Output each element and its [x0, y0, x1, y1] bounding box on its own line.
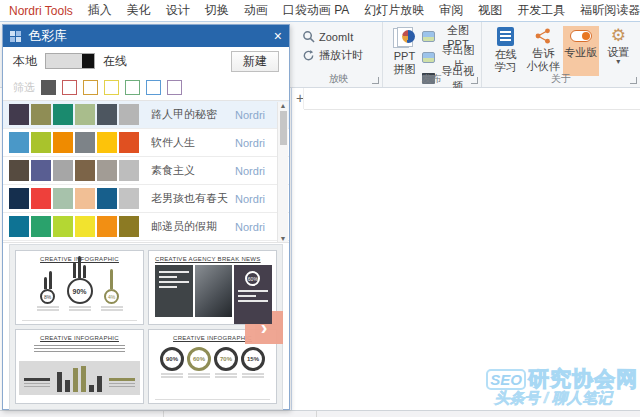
- pro-toggle-icon: [570, 30, 592, 42]
- chevron-down-icon: ▾: [616, 59, 620, 65]
- settings-button[interactable]: ⚙ 设置 ▾: [601, 26, 637, 76]
- color-swatch: [119, 104, 139, 125]
- color-swatch: [75, 188, 95, 209]
- menu-tab-11[interactable]: 福昕阅读器: [580, 2, 640, 19]
- online-learning-icon: [497, 27, 514, 46]
- dialog-launcher-icon[interactable]: [471, 77, 478, 84]
- rehearse-timing-label: 播放计时: [319, 48, 363, 63]
- panel-title: 色彩库: [28, 27, 267, 45]
- palette-row[interactable]: 老男孩也有春天Nordri: [3, 185, 289, 213]
- color-filter-swatch[interactable]: [41, 80, 56, 95]
- color-swatch: [75, 160, 95, 181]
- color-library-panel: 色彩库 × 本地 在线 新建 筛选 路人甲的秘密Nordri软件人生Nordri…: [2, 24, 290, 410]
- color-swatch: [97, 132, 117, 153]
- tell-friends-button[interactable]: 告诉 小伙伴: [526, 26, 562, 76]
- color-swatch: [75, 104, 95, 125]
- ppt-collage-label-1: PPT: [394, 50, 415, 63]
- scroll-down-icon[interactable]: ▼: [280, 235, 287, 242]
- color-swatch: [31, 188, 51, 209]
- palette-author: Nordri: [235, 137, 265, 149]
- gear-icon: ⚙: [611, 27, 626, 45]
- close-icon[interactable]: ×: [274, 29, 282, 43]
- watermark-subtitle: 头条号 / 聊人笔记: [486, 389, 612, 408]
- group-label-about: 关于: [482, 72, 640, 86]
- color-swatch: [9, 188, 29, 209]
- color-filter-swatch[interactable]: [83, 80, 98, 95]
- color-swatch: [31, 160, 51, 181]
- menu-tab-3[interactable]: 设计: [166, 2, 190, 19]
- group-label-publish: 发布: [383, 72, 481, 86]
- palette-row[interactable]: 素食主义Nordri: [3, 157, 289, 185]
- seo-logo: SEO: [486, 369, 526, 390]
- palette-row[interactable]: 软件人生Nordri: [3, 129, 289, 157]
- color-swatch: [119, 216, 139, 237]
- color-swatch: [75, 216, 95, 237]
- divider: [304, 109, 640, 110]
- status-bar: [0, 410, 640, 417]
- menu-tab-6[interactable]: 口袋动画 PA: [283, 2, 349, 19]
- palette-author: Nordri: [235, 109, 265, 121]
- menu-tab-1[interactable]: 插入: [88, 2, 112, 19]
- scroll-up-icon[interactable]: ▲: [280, 102, 287, 109]
- palette-name: 邮递员的假期: [151, 219, 235, 234]
- zoomit-button[interactable]: ZoomIt: [302, 28, 353, 45]
- new-palette-button[interactable]: 新建: [231, 51, 279, 72]
- dialog-launcher-icon[interactable]: [630, 77, 637, 84]
- filter-swatches: [41, 80, 182, 95]
- color-swatch: [9, 216, 29, 237]
- ppt-collage-button[interactable]: PPT 拼图: [389, 26, 421, 76]
- online-learning-button[interactable]: 在线 学习: [488, 26, 524, 76]
- ribbon-group-publish: PPT 拼图 全图PPT 导出图片 导出视频 发布: [383, 22, 482, 87]
- palette-name: 路人甲的秘密: [151, 107, 235, 122]
- menu-tab-9[interactable]: 视图: [478, 2, 502, 19]
- menu-tab-7[interactable]: 幻灯片放映: [364, 2, 424, 19]
- divider: [303, 88, 304, 109]
- color-filter-swatch[interactable]: [62, 80, 77, 95]
- palette-swatches: [9, 160, 141, 181]
- color-swatch: [97, 104, 117, 125]
- watermark: SEO 研究协会网 头条号 / 聊人笔记: [486, 365, 638, 410]
- scroll-thumb[interactable]: [280, 111, 287, 145]
- menu-tab-0[interactable]: Nordri Tools: [9, 4, 73, 18]
- palette-row[interactable]: 路人甲的秘密Nordri: [3, 101, 289, 129]
- timer-icon: [302, 49, 315, 62]
- pro-version-button[interactable]: 专业版: [563, 26, 599, 76]
- color-swatch: [9, 160, 29, 181]
- palette-swatches: [9, 216, 141, 237]
- local-online-toggle[interactable]: [45, 53, 95, 69]
- menu-tab-5[interactable]: 动画: [244, 2, 268, 19]
- color-swatch: [31, 132, 51, 153]
- slide-canvas: + SEO 研究协会网 头条号 / 聊人笔记: [291, 88, 640, 410]
- color-filter-swatch[interactable]: [167, 80, 182, 95]
- color-filter-swatch[interactable]: [104, 80, 119, 95]
- export-image-icon: [422, 52, 434, 63]
- color-swatch: [53, 104, 73, 125]
- color-swatch: [9, 104, 29, 125]
- menu-tab-2[interactable]: 美化: [127, 2, 151, 19]
- magnifier-icon: [302, 30, 315, 43]
- color-swatch: [97, 160, 117, 181]
- menu-tab-4[interactable]: 切换: [205, 2, 229, 19]
- palette-row[interactable]: 邮递员的假期Nordri: [3, 213, 289, 241]
- rehearse-timing-button[interactable]: 播放计时: [302, 47, 363, 64]
- watermark-title: 研究协会网: [528, 365, 638, 393]
- scrollbar[interactable]: ▲ ▼: [277, 102, 288, 242]
- panel-title-bar[interactable]: 色彩库 ×: [3, 25, 289, 47]
- palette-name: 老男孩也有春天: [151, 191, 235, 206]
- color-filter-swatch[interactable]: [125, 80, 140, 95]
- dialog-launcher-icon[interactable]: [372, 77, 379, 84]
- color-swatch: [119, 188, 139, 209]
- color-swatch: [31, 104, 51, 125]
- color-swatch: [31, 216, 51, 237]
- share-icon: [534, 27, 552, 45]
- menu-tab-8[interactable]: 审阅: [439, 2, 463, 19]
- template-thumbnail[interactable]: CREATIVE AGENCY BREAK NEWS 60%: [148, 250, 277, 325]
- menu-tab-10[interactable]: 开发工具: [517, 2, 565, 19]
- color-filter-swatch[interactable]: [146, 80, 161, 95]
- template-thumbnail[interactable]: CREATIVE INFOGRAPHIC 8% 90% 4%: [15, 250, 144, 325]
- color-swatch: [9, 132, 29, 153]
- template-thumbnail[interactable]: CREATIVE INFOGRAPHIC: [15, 329, 144, 404]
- color-swatch: [53, 188, 73, 209]
- local-label: 本地: [13, 53, 37, 70]
- full-image-ppt-icon: [422, 31, 435, 42]
